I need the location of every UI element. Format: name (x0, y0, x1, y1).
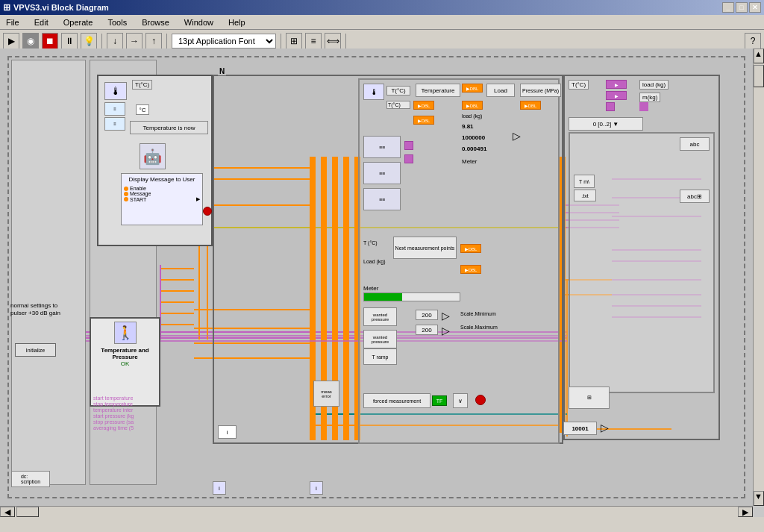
dbl-5: ▶DBL (413, 116, 434, 125)
menu-edit[interactable]: Edit (31, 16, 51, 28)
title-bar: ⊞ VPVS3.vi Block Diagram _ □ ✕ (0, 0, 764, 15)
vertical-scrollbar[interactable]: ▲ ▼ (753, 48, 764, 506)
bottom-right-block[interactable]: ⊞ (569, 387, 610, 409)
meas-error-block[interactable]: measerror (313, 381, 339, 407)
menu-browse[interactable]: Browse (139, 16, 172, 28)
tc-inner-label: T(°C) (386, 86, 410, 96)
scale-max: Scale.Maximum (460, 325, 498, 330)
triangle-op-2: ▷ (442, 325, 450, 337)
temp-block-1[interactable]: ≡ (104, 102, 125, 116)
dbl-mid-1: ▶DBL (460, 244, 481, 253)
window: ⊞ VPVS3.vi Block Diagram _ □ ✕ File Edit… (0, 0, 764, 52)
tc-row2: T(°C) (386, 101, 410, 109)
temp-block-2[interactable]: ≡ (104, 117, 125, 131)
value-981: 9.81 (462, 123, 474, 130)
n-label: N (218, 67, 226, 75)
loop-iter-2: i (310, 481, 323, 495)
highlight-button[interactable]: 💡 (81, 33, 97, 49)
distribute-button[interactable]: ⟺ (325, 33, 341, 49)
loop-iteration-display: i (218, 425, 237, 439)
step-over-button[interactable]: → (126, 33, 143, 49)
value-1000000: 1000000 (462, 134, 485, 141)
meter-bar (363, 292, 460, 301)
stop-circle[interactable] (203, 207, 212, 216)
display-message-block[interactable]: Display Message to User Enable Message (121, 173, 203, 225)
menu-tools[interactable]: Tools (104, 16, 130, 28)
abort-button[interactable]: ⏹ (42, 33, 58, 49)
initialize-block[interactable]: Initialize (15, 343, 56, 357)
arrange-button[interactable]: ⊞ (286, 33, 302, 49)
inner-measurement-panel: 🌡 T(°C) Temperature ▶DBL Load Pressure (… (358, 78, 560, 444)
temp-is-now-box: Temperature is now (130, 121, 208, 134)
temperature-subpanel: 🌡 T(°C) ≡ ≡ °C Temperature is now 🤖 (97, 75, 213, 246)
right-outer-panel: T(°C) ▶ ▶ load (kg) m(kg) 0 [0..2] ▼ (563, 75, 720, 440)
txt-block-1[interactable]: .txt (574, 190, 596, 201)
abc-block-2[interactable]: abc⊞ (680, 190, 710, 203)
separator-1 (101, 34, 102, 48)
title-bar-left: ⊞ VPVS3.vi Block Diagram (3, 2, 109, 13)
separator-2 (166, 34, 167, 48)
run-continuously-button[interactable]: ◉ (22, 33, 39, 49)
temperature-block[interactable]: Temperature (416, 84, 460, 97)
minimize-button[interactable]: _ (722, 2, 734, 13)
maximize-button[interactable]: □ (736, 2, 748, 13)
description-block[interactable]: dc:scription (11, 471, 50, 487)
run-button[interactable]: ▶ (3, 33, 19, 49)
connector-start-temp: start temperature (93, 395, 134, 401)
align-button[interactable]: ≡ (305, 33, 322, 49)
tc-right-label: T(°C) (569, 80, 589, 90)
window-icon: ⊞ (3, 2, 10, 13)
loop-iter-1: i (213, 481, 226, 495)
vi-diagram: normal settings to pulser +30 dB gain In… (0, 48, 764, 517)
menu-window[interactable]: Window (181, 16, 216, 28)
window-title: VPVS3.vi Block Diagram (13, 3, 109, 12)
close-button[interactable]: ✕ (749, 2, 761, 13)
wanted-pressure-1: wanted pressure (363, 307, 397, 326)
pink-block-2 (404, 154, 413, 163)
value-10001-block: 10001 (563, 422, 597, 435)
menu-file[interactable]: File (3, 16, 22, 28)
tf-indicator: TF (432, 395, 447, 406)
wanted-pressure-2: wanted pressure (363, 330, 397, 348)
small-icon-3[interactable]: ≡≡ (363, 188, 401, 210)
connector-avg-time: averaging time (5 (93, 425, 134, 431)
t-ramp-block[interactable]: T ramp (363, 348, 397, 365)
next-meas-block[interactable]: Next measurement points (393, 237, 457, 259)
dbl-4: ▶DBL (520, 101, 541, 110)
step-into-button[interactable]: ↓ (107, 33, 123, 49)
pink-conn-2: ▶ (606, 91, 627, 100)
normal-settings-label: normal settings to pulser +30 dB gain (10, 302, 74, 318)
forced-measurement-block[interactable]: forced measurement (363, 393, 430, 408)
separator-3 (281, 34, 281, 48)
temp-indicator-inner: 🌡 (363, 84, 384, 100)
horizontal-scrollbar[interactable]: ◀ ▶ (0, 506, 753, 517)
connector-start-pressure: start pressure (kg (93, 413, 134, 419)
connector-stop-pressure: stop pressure (sa (93, 419, 134, 425)
small-icon-2[interactable]: ≡≡ (363, 162, 401, 184)
stop-circle-inner[interactable] (475, 395, 486, 405)
menu-operate[interactable]: Operate (60, 16, 96, 28)
tm-block[interactable]: T m\ (574, 175, 595, 188)
abc-block-1[interactable]: abc (680, 137, 710, 151)
increment-op: ▷ (601, 422, 609, 434)
pink-conn-1: ▶ (606, 80, 627, 89)
right-inner-border: abc T m\ .txt abc⊞ (569, 132, 715, 393)
connector-stop-temp: stop temperature (93, 401, 134, 407)
help-context-button[interactable]: ? (745, 33, 761, 49)
pressure-mpa-block[interactable]: Pressure (MPa) (520, 84, 561, 97)
diagram-background: normal settings to pulser +30 dB gain In… (0, 48, 753, 506)
connector-temp-inter: temperature inter (93, 407, 134, 413)
array-selector[interactable]: 0 [0..2] ▼ (569, 117, 643, 131)
menu-help[interactable]: Help (225, 16, 248, 28)
load-kg-label: load (kg) (462, 113, 482, 119)
message-row: Message (124, 191, 200, 196)
pause-button[interactable]: ⏸ (61, 33, 78, 49)
ai-block[interactable]: 🤖 (140, 143, 166, 169)
font-selector[interactable]: 13pt Application Font (172, 34, 276, 48)
multiply-op: ▷ (509, 128, 524, 143)
step-out-button[interactable]: ↑ (145, 33, 162, 49)
start-row: START ▶ (124, 196, 200, 202)
load-block[interactable]: Load (486, 84, 515, 97)
temp-pressure-block[interactable]: 🚶 Temperature and Pressure OK (90, 317, 160, 407)
small-icon-1[interactable]: ≡≡ (363, 136, 401, 158)
